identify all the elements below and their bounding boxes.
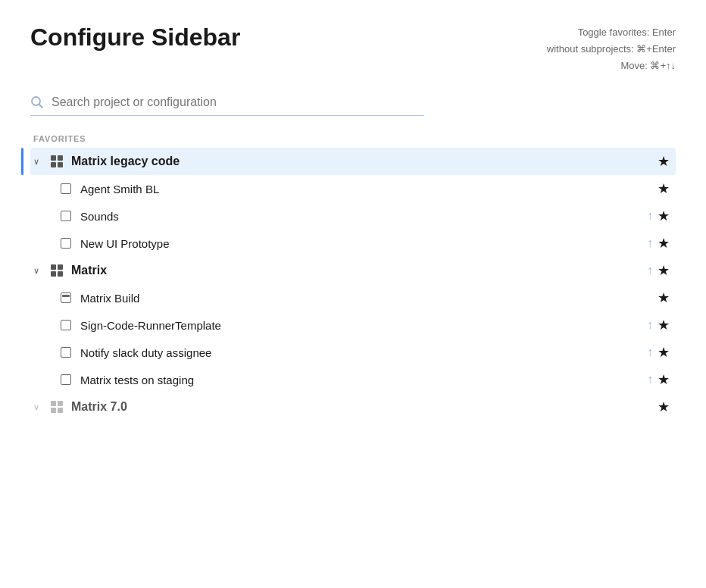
item-name: New UI Prototype — [80, 237, 647, 250]
item-actions: ★ — [658, 153, 670, 170]
shortcut-line2: without subprojects: ⌘+Enter — [547, 43, 676, 55]
list-item[interactable]: Agent Smith BL ★ — [30, 175, 676, 202]
star-icon[interactable]: ★ — [658, 208, 670, 224]
list-item[interactable]: Matrix tests on staging ↑ ★ — [30, 366, 676, 393]
move-up-icon[interactable]: ↑ — [647, 373, 653, 386]
list-item[interactable]: Matrix Build ★ — [30, 284, 676, 311]
star-icon[interactable]: ★ — [658, 344, 670, 361]
item-name: Matrix tests on staging — [80, 374, 647, 386]
search-input[interactable] — [52, 95, 424, 109]
item-name: Matrix Build — [80, 292, 658, 305]
page-title: Configure Sidebar — [30, 24, 240, 51]
item-actions: ↑ ★ — [647, 371, 670, 388]
config-icon — [58, 208, 74, 224]
search-wrapper — [30, 95, 424, 116]
config-icon — [58, 371, 74, 388]
item-name: Matrix — [71, 264, 647, 277]
list-item[interactable]: ∨ Matrix ↑ ★ — [30, 257, 676, 284]
item-name: Notify slack duty assignee — [80, 346, 647, 359]
list-item[interactable]: ∨ Matrix legacy code ★ — [30, 148, 676, 175]
item-actions: ↑ ★ — [647, 344, 670, 361]
item-name: Matrix 7.0 — [71, 400, 658, 414]
page-container: Configure Sidebar Toggle favorites: Ente… — [0, 0, 706, 439]
list-item[interactable]: ∨ Matrix 7.0 ★ — [30, 393, 676, 421]
config-icon — [58, 235, 74, 252]
move-up-icon[interactable]: ↑ — [647, 236, 653, 250]
chevron-icon: ∨ — [33, 402, 47, 412]
star-icon[interactable]: ★ — [658, 289, 670, 306]
item-name: Sounds — [80, 210, 647, 223]
move-up-icon[interactable]: ↑ — [647, 209, 653, 223]
item-actions: ★ — [658, 180, 670, 197]
move-up-icon[interactable]: ↑ — [647, 264, 653, 277]
item-actions: ★ — [658, 289, 670, 306]
project-grid-icon — [48, 262, 65, 279]
svg-line-1 — [39, 105, 43, 108]
item-actions: ↑ ★ — [647, 208, 670, 224]
star-icon[interactable]: ★ — [658, 317, 670, 333]
item-actions: ★ — [658, 399, 670, 415]
item-name: Sign-Code-RunnerTemplate — [80, 319, 647, 332]
shortcut-line1: Toggle favorites: Enter — [578, 27, 676, 38]
section-label-favorites: FAVORITES — [30, 134, 676, 143]
list-item[interactable]: Notify slack duty assignee ↑ ★ — [30, 339, 676, 366]
star-icon[interactable]: ★ — [658, 262, 670, 279]
config-icon — [58, 344, 74, 361]
project-grid-icon — [48, 153, 65, 170]
star-icon[interactable]: ★ — [658, 399, 670, 415]
star-icon[interactable]: ★ — [658, 180, 670, 197]
shortcuts-info: Toggle favorites: Enter without subproje… — [547, 24, 676, 74]
star-icon[interactable]: ★ — [658, 371, 670, 388]
star-icon[interactable]: ★ — [658, 235, 670, 252]
chevron-icon: ∨ — [33, 157, 47, 167]
header-row: Configure Sidebar Toggle favorites: Ente… — [30, 24, 676, 74]
list-item[interactable]: Sounds ↑ ★ — [30, 202, 676, 230]
item-actions: ↑ ★ — [647, 262, 670, 279]
build-icon — [58, 289, 74, 306]
item-actions: ↑ ★ — [647, 235, 670, 252]
item-name: Agent Smith BL — [80, 183, 658, 195]
list-item[interactable]: New UI Prototype ↑ ★ — [30, 230, 676, 257]
project-grid-icon — [48, 399, 65, 415]
list-item[interactable]: Sign-Code-RunnerTemplate ↑ ★ — [30, 311, 676, 339]
config-icon — [58, 317, 74, 333]
shortcut-line3: Move: ⌘+↑↓ — [620, 60, 676, 71]
favorites-list: ∨ Matrix legacy code ★ Agent Smith BL — [30, 148, 676, 421]
move-up-icon[interactable]: ↑ — [647, 346, 653, 359]
star-icon[interactable]: ★ — [658, 153, 670, 170]
search-icon — [30, 95, 44, 109]
item-name: Matrix legacy code — [71, 155, 658, 168]
config-icon — [58, 180, 74, 197]
favorites-section: FAVORITES ∨ Matrix legacy code ★ — [30, 134, 676, 421]
move-up-icon[interactable]: ↑ — [647, 318, 653, 332]
item-actions: ↑ ★ — [647, 317, 670, 333]
chevron-icon: ∨ — [33, 266, 47, 276]
